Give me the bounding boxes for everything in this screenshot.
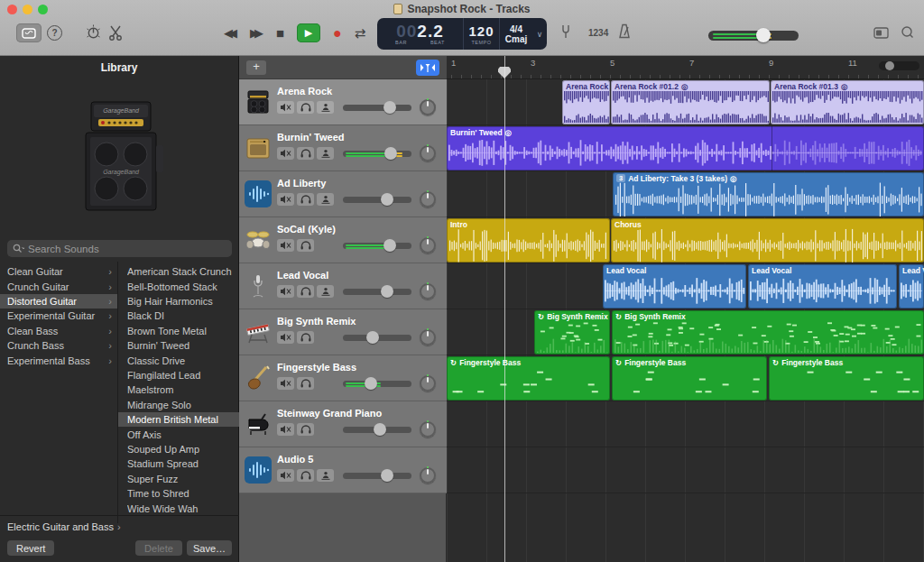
region-ad-liberty-take-3-3-takes-[interactable]: 3Ad Liberty: Take 3 (3 takes)◎ bbox=[613, 172, 924, 217]
loop-browser-button[interactable] bbox=[900, 25, 914, 43]
preset-item[interactable]: Midrange Solo bbox=[118, 398, 239, 412]
track-header-row[interactable]: Audio 5 bbox=[239, 447, 447, 493]
solo-button[interactable] bbox=[297, 469, 314, 482]
preset-item[interactable]: Maelstrom bbox=[118, 382, 239, 397]
volume-knob[interactable] bbox=[374, 423, 386, 436]
preset-item[interactable]: American Stack Crunch bbox=[118, 264, 239, 279]
smart-controls-button[interactable] bbox=[85, 24, 102, 41]
preset-item[interactable]: Off Axis bbox=[118, 427, 239, 441]
pan-knob[interactable] bbox=[420, 145, 436, 161]
solo-button[interactable] bbox=[297, 377, 314, 390]
quick-help-button[interactable]: ? bbox=[47, 25, 62, 41]
region-arena-rock[interactable]: Arena Rock bbox=[562, 80, 610, 124]
region-big-synth-remix[interactable]: ↻Big Synth Remix bbox=[612, 310, 924, 355]
horizontal-zoom-slider[interactable] bbox=[879, 61, 919, 70]
region-burnin-tweed[interactable]: Burnin' Tweed◎ bbox=[447, 126, 924, 170]
pan-knob[interactable] bbox=[420, 191, 436, 207]
track-header-row[interactable]: Ad Liberty bbox=[239, 171, 447, 217]
library-toggle-button[interactable] bbox=[16, 23, 42, 42]
track-volume-slider[interactable] bbox=[343, 381, 411, 387]
track-lane[interactable]: IntroChorus bbox=[447, 217, 924, 263]
preset-item[interactable]: Bell-Bottomed Stack bbox=[118, 279, 239, 293]
pan-knob[interactable] bbox=[420, 421, 436, 438]
input-button[interactable] bbox=[317, 147, 334, 160]
pan-knob[interactable] bbox=[420, 467, 436, 484]
track-name[interactable]: Arena Rock bbox=[277, 86, 332, 97]
volume-knob[interactable] bbox=[366, 331, 379, 344]
cycle-button[interactable]: ⇄ bbox=[355, 25, 366, 41]
volume-knob[interactable] bbox=[381, 285, 393, 298]
count-in-button[interactable]: 1234 bbox=[588, 28, 608, 38]
preset-item[interactable]: Wide Wide Wah bbox=[118, 501, 239, 515]
track-lane[interactable]: ↻Fingerstyle Bass↻Fingerstyle Bass↻Finge… bbox=[447, 355, 924, 401]
region-arena-rock-01-3[interactable]: Arena Rock #01.3◎ bbox=[771, 80, 924, 124]
volume-knob[interactable] bbox=[383, 239, 396, 252]
pan-knob[interactable] bbox=[420, 237, 436, 253]
track-volume-slider[interactable] bbox=[343, 105, 411, 111]
preset-item[interactable]: Super Fuzz bbox=[118, 472, 239, 486]
track-lane[interactable] bbox=[447, 447, 924, 493]
region-chorus[interactable]: Chorus bbox=[611, 218, 924, 263]
preset-item[interactable]: Classic Drive bbox=[118, 353, 239, 367]
region-intro[interactable]: Intro bbox=[447, 218, 610, 263]
delete-button[interactable]: Delete bbox=[135, 540, 182, 556]
solo-button[interactable] bbox=[297, 285, 314, 298]
track-volume-slider[interactable] bbox=[343, 473, 411, 479]
category-item[interactable]: Distorted Guitar› bbox=[0, 294, 117, 309]
mute-button[interactable] bbox=[277, 331, 294, 344]
track-volume-slider[interactable] bbox=[343, 289, 411, 295]
stop-button[interactable]: ■ bbox=[276, 25, 284, 41]
volume-knob[interactable] bbox=[383, 101, 396, 114]
solo-button[interactable] bbox=[297, 147, 314, 160]
mute-button[interactable] bbox=[277, 239, 294, 252]
track-volume-slider[interactable] bbox=[343, 243, 411, 249]
category-item[interactable]: Crunch Bass› bbox=[0, 338, 117, 353]
category-item[interactable]: Crunch Guitar› bbox=[0, 279, 117, 293]
solo-button[interactable] bbox=[297, 193, 314, 206]
track-header-row[interactable]: Arena Rock bbox=[239, 79, 447, 125]
region-lead-vocal[interactable]: Lead Vocal bbox=[899, 264, 924, 309]
category-item[interactable]: Clean Guitar› bbox=[0, 264, 117, 279]
mute-button[interactable] bbox=[277, 101, 294, 114]
tuning-fork-button[interactable] bbox=[559, 23, 572, 43]
input-button[interactable] bbox=[317, 469, 334, 482]
catch-playhead-button[interactable] bbox=[416, 60, 439, 76]
track-lane[interactable]: Burnin' Tweed◎ bbox=[447, 125, 924, 171]
category-item[interactable]: Clean Bass› bbox=[0, 324, 117, 338]
bar-ruler[interactable]: 1357911 bbox=[447, 56, 924, 79]
patch-breadcrumb[interactable]: Electric Guitar and Bass› bbox=[7, 521, 121, 532]
volume-knob[interactable] bbox=[381, 469, 393, 482]
region-arena-rock-01-2[interactable]: Arena Rock #01.2◎ bbox=[611, 80, 770, 124]
category-item[interactable]: Experimental Guitar› bbox=[0, 309, 117, 323]
input-button[interactable] bbox=[317, 285, 334, 298]
track-volume-slider[interactable] bbox=[343, 151, 411, 157]
save-button[interactable]: Save… bbox=[187, 540, 232, 556]
master-volume-knob[interactable] bbox=[756, 28, 771, 42]
mute-button[interactable] bbox=[277, 423, 294, 436]
track-name[interactable]: SoCal (Kyle) bbox=[277, 224, 336, 235]
lcd-chevron-down-icon[interactable]: ∨ bbox=[532, 18, 547, 50]
track-name[interactable]: Fingerstyle Bass bbox=[277, 362, 356, 373]
region-fingerstyle-bass[interactable]: ↻Fingerstyle Bass bbox=[769, 356, 924, 401]
solo-button[interactable] bbox=[297, 101, 314, 114]
zoom-slider-knob[interactable] bbox=[885, 61, 894, 70]
search-sounds-field[interactable]: Search Sounds bbox=[7, 240, 232, 257]
master-volume-slider[interactable] bbox=[708, 31, 799, 41]
volume-knob[interactable] bbox=[381, 193, 393, 206]
volume-knob[interactable] bbox=[365, 377, 377, 390]
track-lane[interactable]: ↻Big Synth Remix↻Big Synth Remix bbox=[447, 309, 924, 355]
track-volume-slider[interactable] bbox=[343, 427, 411, 433]
track-name[interactable]: Steinway Grand Piano bbox=[277, 408, 382, 419]
track-header-row[interactable]: Big Synth Remix bbox=[239, 309, 447, 355]
track-name[interactable]: Burnin' Tweed bbox=[277, 132, 345, 143]
input-button[interactable] bbox=[317, 101, 334, 114]
track-name[interactable]: Big Synth Remix bbox=[277, 316, 356, 327]
preset-item[interactable]: Burnin' Tweed bbox=[118, 338, 239, 353]
mute-button[interactable] bbox=[277, 193, 294, 206]
preset-item[interactable]: Black DI bbox=[118, 309, 239, 323]
track-name[interactable]: Audio 5 bbox=[277, 454, 313, 465]
metronome-button[interactable] bbox=[617, 23, 632, 42]
region-fingerstyle-bass[interactable]: ↻Fingerstyle Bass bbox=[447, 356, 610, 401]
mute-button[interactable] bbox=[277, 147, 294, 160]
lcd-display[interactable]: 002.2 BARBEAT 120 TEMPO 4/4 Cmaj ∨ bbox=[377, 18, 547, 50]
